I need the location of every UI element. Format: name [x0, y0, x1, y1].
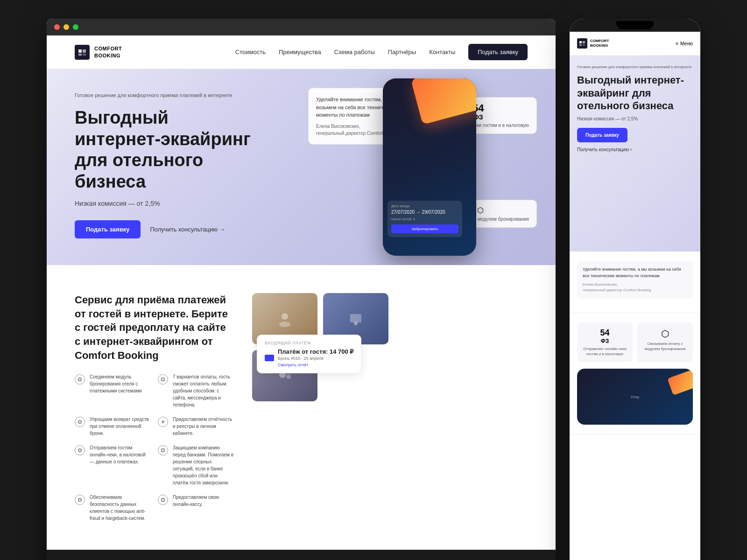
incoming-detail: Бронь #010 · 25 апреля: [278, 356, 353, 361]
section2-title: Сервис для приёма платежей от гостей в и…: [75, 293, 233, 362]
mobile-hero: Готовое решение для комфортного приема п…: [570, 56, 700, 252]
mobile-notch: [616, 21, 654, 29]
section2-right: ВХОДЯЩИЙ ПЛАТЁЖ Платёж от гостя: 14 700 …: [252, 293, 528, 401]
mobile-cta-button[interactable]: Подать заявку: [577, 128, 627, 142]
feature-icon-1: [75, 374, 85, 385]
mobile-testimonial: Уделяйте внимание гостям, а мы возьмем н…: [577, 261, 693, 299]
menu-label: Меню: [680, 41, 693, 46]
feature-icon-3: [75, 417, 85, 427]
nav-links: Стоимость Преимущества Схема работы Парт…: [235, 44, 528, 60]
section-dark: COMFORT BOOKING — ТЕХНИЧЕСКАЯ ПЛАТФОРМА …: [47, 550, 556, 560]
mobile-hero-subtitle: Низкая комиссия — от 2,5%: [577, 116, 693, 121]
svg-point-14: [354, 322, 358, 325]
hamburger-icon: ≡: [676, 41, 678, 46]
svg-rect-17: [579, 41, 582, 43]
feature-item-4: Предоставляем отчётность и реестры в лич…: [158, 416, 233, 437]
nav-link-advantages[interactable]: Преимущества: [279, 49, 321, 56]
nav-link-partners[interactable]: Партнёры: [388, 49, 416, 56]
svg-rect-10: [162, 498, 164, 501]
mobile-feature-sub-fz: ФЗ: [583, 338, 627, 344]
svg-rect-3: [83, 54, 86, 56]
phone-mockup: Дата заезда 27/07/2020 → 29/07/2020 Числ…: [383, 78, 476, 256]
browser-dot-yellow[interactable]: [63, 24, 69, 30]
section2: Сервис для приёма платежей от гостей в и…: [47, 265, 556, 550]
nav-link-contacts[interactable]: Контакты: [429, 49, 455, 56]
svg-rect-20: [583, 44, 585, 46]
mobile-menu-button[interactable]: ≡ Меню: [676, 41, 693, 46]
incoming-amount: Платёж от гостя: 14 700 ₽: [278, 348, 353, 355]
hero-title: Выгодный интернет-эквайринг для отельног…: [75, 107, 252, 192]
mobile-testimonial-text: Уделяйте внимание гостям, а мы возьмем н…: [583, 266, 687, 279]
mobile-testimonial-author: Елена Высоковских, генеральный директор …: [583, 282, 687, 293]
mobile-consult-link[interactable]: Получить консультацию ›: [577, 147, 693, 152]
mobile-phone-screen: Drag: [577, 369, 693, 425]
browser-dot-red[interactable]: [54, 24, 60, 30]
mobile-phone-visual: Drag: [577, 369, 693, 425]
svg-rect-5: [162, 378, 164, 381]
browser-chrome: [47, 19, 556, 35]
feature-text-7: Обеспечиваем безопасность данных клиенто…: [90, 494, 150, 522]
hero-phone-visual: Дата заезда 27/07/2020 → 29/07/2020 Числ…: [331, 69, 528, 265]
mobile-feature-label-module: Связываем оплату с модулем бронирования: [643, 341, 687, 351]
svg-rect-19: [579, 44, 582, 46]
feature-text-5: Отправляем гостям онлайн-чеки, а налогов…: [90, 444, 150, 465]
feature-item-6: Защищаем компанию перед банками. Помогае…: [158, 444, 233, 486]
feature-text-3: Упрощаем возврат средств при отмене опла…: [90, 416, 150, 437]
nav-link-cost[interactable]: Стоимость: [235, 49, 266, 56]
mobile-logo-text: COMFORT BOOKING: [590, 39, 609, 49]
logo-text: COMFORT BOOKING: [94, 45, 122, 59]
svg-point-16: [286, 374, 291, 379]
feature-text-6: Защищаем компанию перед банками. Помогае…: [173, 444, 233, 486]
mobile-features-section: 54 ФЗ Отправляет онлайн-чеки гостям и в …: [570, 313, 700, 434]
mobile-hex-icon: ⬡: [643, 328, 687, 339]
svg-point-11: [282, 313, 288, 320]
feature-icon-5: [75, 445, 85, 455]
svg-rect-18: [583, 41, 585, 43]
svg-rect-13: [350, 314, 361, 322]
feature-item-8: Предоставляем свою онлайн-кассу.: [158, 494, 233, 522]
feature-text-1: Соединяем модуль бронирования отеля с пл…: [90, 373, 150, 394]
nav-link-scheme[interactable]: Схема работы: [334, 49, 375, 56]
feature-item-5: Отправляем гостям онлайн-чеки, а налогов…: [75, 444, 150, 486]
mobile-testimonial-section: Уделяйте внимание гостям, а мы возьмем н…: [570, 252, 700, 313]
svg-point-6: [78, 420, 81, 423]
svg-point-7: [78, 449, 81, 452]
browser-content: COMFORT BOOKING Стоимость Преимущества С…: [47, 35, 556, 560]
feature-icon-6: [158, 445, 168, 455]
svg-point-4: [78, 378, 81, 381]
mobile-logo-icon: [577, 38, 587, 49]
feature-item-7: Обеспечиваем безопасность данных клиенто…: [75, 494, 150, 522]
feature-text-4: Предоставляем отчётность и реестры в лич…: [173, 416, 233, 437]
feature-text-8: Предоставляем свою онлайн-кассу.: [173, 494, 233, 508]
mobile-feature-num-fz: 54: [583, 328, 627, 338]
mobile-browser: COMFORT BOOKING ≡ Меню Готовое решение д…: [570, 19, 700, 560]
feature-item-3: Упрощаем возврат средств при отмене опла…: [75, 416, 150, 437]
nav-cta-button[interactable]: Подать заявку: [468, 44, 528, 60]
feature-item-1: Соединяем модуль бронирования отеля с пл…: [75, 373, 150, 408]
svg-rect-0: [78, 49, 82, 53]
logo: COMFORT BOOKING: [75, 45, 122, 60]
svg-rect-8: [162, 449, 164, 452]
logo-icon: [75, 45, 90, 60]
browser-dot-green[interactable]: [73, 24, 78, 30]
mobile-logo: COMFORT BOOKING: [577, 38, 609, 49]
feature-text-2: 7 вариантов оплаты, гость сможет оплатит…: [173, 373, 233, 408]
incoming-link[interactable]: Смотреть отчёт: [278, 363, 353, 367]
mobile-content: COMFORT BOOKING ≡ Меню Готовое решение д…: [570, 32, 700, 434]
feature-icon-7: [75, 495, 85, 505]
navigation: COMFORT BOOKING Стоимость Преимущества С…: [47, 35, 556, 69]
mobile-feature-box-fz: 54 ФЗ Отправляет онлайн-чеки гостям и в …: [577, 322, 633, 362]
section2-left: Сервис для приёма платежей от гостей в и…: [75, 293, 233, 522]
hero-section: Готовое решение для комфортного приема п…: [47, 69, 556, 265]
hero-cta-button[interactable]: Подать заявку: [75, 220, 141, 238]
svg-rect-2: [78, 54, 82, 56]
svg-point-12: [279, 322, 290, 327]
feature-item-2: 7 вариантов оплаты, гость сможет оплатит…: [158, 373, 233, 408]
mobile-hero-title: Выгодный интернет-эквайринг для отельног…: [577, 74, 693, 112]
mobile-notch-bar: [570, 19, 700, 32]
hero-consult-link[interactable]: Получить консультацию →: [150, 226, 225, 233]
mobile-feature-box-module: ⬡ Связываем оплату с модулем бронировани…: [637, 322, 693, 362]
incoming-payment-card: ВХОДЯЩИЙ ПЛАТЁЖ Платёж от гостя: 14 700 …: [257, 335, 361, 373]
mobile-hero-badge: Готовое решение для комфортного приема п…: [577, 65, 693, 69]
incoming-label: ВХОДЯЩИЙ ПЛАТЁЖ: [265, 341, 353, 345]
